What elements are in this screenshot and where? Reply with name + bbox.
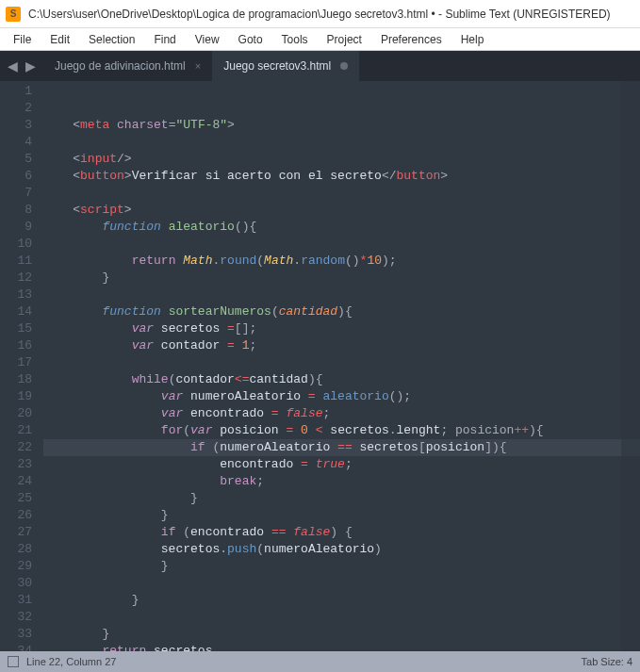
line-number: 14 [0,303,32,320]
code-line[interactable]: <input/> [43,151,640,168]
code-line[interactable]: } [43,592,640,609]
tab[interactable]: Juego secretov3.html [212,51,359,81]
code-line[interactable]: if (numeroAleatorio == secretos[posicion… [43,439,640,456]
gutter: 1234567891011121314151617181920212223242… [0,81,43,651]
code-line[interactable]: <button>Verificar si acerto con el secre… [43,168,640,185]
code-line[interactable]: return secretos [43,643,640,651]
menu-goto[interactable]: Goto [229,31,272,48]
line-number: 5 [0,151,32,168]
code-line[interactable]: } [43,626,640,643]
code-line[interactable]: var secretos =[]; [43,320,640,337]
line-number: 27 [0,524,32,541]
code-line[interactable]: <script> [43,202,640,219]
code-line[interactable] [43,236,640,253]
line-number: 34 [0,643,32,651]
line-number: 33 [0,626,32,643]
code-line[interactable] [43,354,640,371]
line-number: 21 [0,422,32,439]
code-line[interactable]: break; [43,473,640,490]
line-number: 9 [0,219,32,236]
line-number: 32 [0,609,32,626]
tab-label: Juego secretov3.html [223,59,331,73]
code-line[interactable]: secretos.push(numeroAleatorio) [43,541,640,558]
statusbar: Line 22, Column 27 Tab Size: 4 [0,651,640,672]
line-number: 12 [0,270,32,287]
code-line[interactable]: while(contador<=cantidad){ [43,371,640,388]
code-line[interactable]: var encontrado = false; [43,405,640,422]
line-number: 18 [0,371,32,388]
code-line[interactable]: var contador = 1; [43,337,640,354]
code-line[interactable] [43,287,640,303]
app-icon: S [6,7,21,22]
line-number: 13 [0,287,32,303]
code-line[interactable] [43,134,640,151]
line-number: 29 [0,558,32,575]
status-panel-icon[interactable] [8,656,19,667]
code-line[interactable] [43,185,640,202]
code-line[interactable]: function aleatorio(){ [43,219,640,236]
code-line[interactable]: function sortearNumeros(cantidad){ [43,303,640,320]
line-number: 6 [0,168,32,185]
menubar: FileEditSelectionFindViewGotoToolsProjec… [0,28,640,51]
line-number: 26 [0,507,32,524]
line-number: 31 [0,592,32,609]
code-line[interactable]: } [43,507,640,524]
code-line[interactable]: var numeroAleatorio = aleatorio(); [43,388,640,405]
tab-size[interactable]: Tab Size: 4 [582,656,632,667]
line-number: 25 [0,490,32,507]
line-number: 11 [0,253,32,270]
nav-arrows: ◀ ▶ [0,51,43,81]
dirty-dot-icon [340,62,348,70]
menu-tools[interactable]: Tools [272,31,318,48]
line-number: 4 [0,134,32,151]
line-number: 20 [0,405,32,422]
code-line[interactable]: } [43,558,640,575]
code-area[interactable]: <meta charset="UTF-8"> <input/> <button>… [43,81,640,651]
line-number: 7 [0,185,32,202]
line-number: 22 [0,439,32,456]
code-line[interactable]: for(var posicion = 0 < secretos.lenght; … [43,422,640,439]
code-line[interactable] [43,575,640,592]
code-line[interactable]: } [43,270,640,287]
code-line[interactable]: } [43,490,640,507]
code-line[interactable]: <meta charset="UTF-8"> [43,117,640,134]
line-number: 24 [0,473,32,490]
menu-selection[interactable]: Selection [79,31,144,48]
line-number: 19 [0,388,32,405]
tab[interactable]: Juego de adivinacion.html× [43,51,212,81]
menu-find[interactable]: Find [144,31,185,48]
nav-back-icon[interactable]: ◀ [8,58,18,74]
menu-preferences[interactable]: Preferences [371,31,451,48]
line-number: 17 [0,354,32,371]
code-line[interactable]: return Math.round(Math.random()*10); [43,253,640,270]
close-icon[interactable]: × [195,60,201,72]
code-line[interactable]: encontrado = true; [43,456,640,473]
cursor-position: Line 22, Column 27 [26,656,116,667]
menu-view[interactable]: View [186,31,229,48]
tabbar: ◀ ▶ Juego de adivinacion.html×Juego secr… [0,51,640,81]
line-number: 15 [0,320,32,337]
titlebar: S C:\Users\user\OneDrive\Desktop\Logica … [0,0,640,28]
editor[interactable]: 1234567891011121314151617181920212223242… [0,81,640,651]
line-number: 3 [0,117,32,134]
menu-file[interactable]: File [4,31,41,48]
line-number: 16 [0,337,32,354]
menu-edit[interactable]: Edit [41,31,79,48]
menu-project[interactable]: Project [318,31,371,48]
line-number: 23 [0,456,32,473]
line-number: 10 [0,236,32,253]
line-number: 1 [0,83,32,100]
tab-label: Juego de adivinacion.html [55,59,186,73]
nav-forward-icon[interactable]: ▶ [25,58,36,74]
window-title: C:\Users\user\OneDrive\Desktop\Logica de… [28,8,611,21]
menu-help[interactable]: Help [451,31,494,48]
line-number: 8 [0,202,32,219]
code-line[interactable]: if (encontrado == false) { [43,524,640,541]
line-number: 30 [0,575,32,592]
line-number: 28 [0,541,32,558]
code-line[interactable] [43,609,640,626]
line-number: 2 [0,100,32,117]
